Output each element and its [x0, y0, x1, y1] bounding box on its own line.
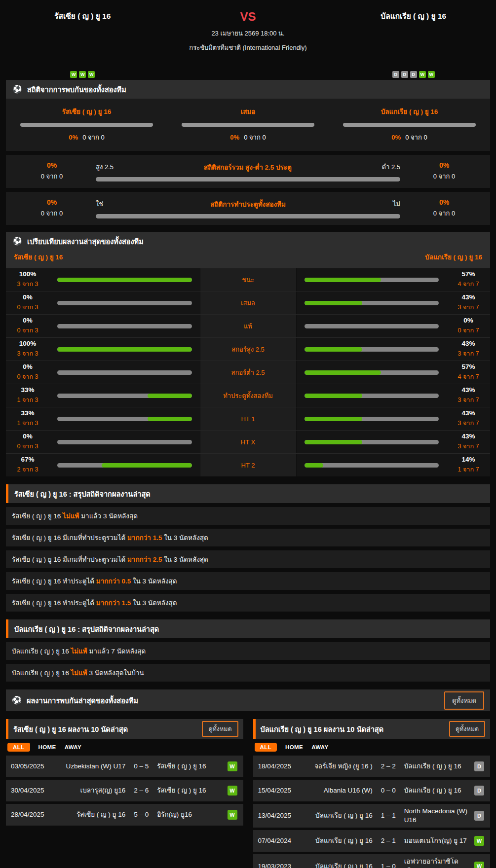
away-values: 57%4 จาก 7: [447, 270, 490, 289]
away-bar: [305, 463, 439, 468]
home-values: 0%0 จาก 3: [6, 317, 49, 335]
summary-row: รัสเซีย ( ญ ) ยู 16 ทำประตูได้ มากกว่า 0…: [6, 572, 490, 590]
match-row: 15/04/2025 Albania U16 (W) 0 – 0 บัลแกเร…: [253, 780, 491, 801]
result-badge-win: W: [474, 862, 484, 868]
home-percent: 0%: [6, 317, 49, 324]
summary-text: ใน 3 นัดหลังสุด: [162, 556, 208, 563]
tab-away[interactable]: AWAY: [65, 744, 81, 750]
btts-no-tag: ไม่: [393, 199, 400, 209]
h2h-draw-percent: 0%: [230, 134, 239, 141]
home-values: 100%3 จาก 3: [6, 340, 49, 359]
match-away-team: อิรัก(ญ) ยู16: [157, 810, 223, 819]
away-recent-title: บัลแกเรีย ( ญ ) ยู 16 ผลงาน 10 นัดล่าสุด: [261, 723, 384, 735]
summary-text: รัสเซีย ( ญ ) ยู 16 ทำประตูได้: [12, 578, 96, 585]
away-percent: 0%: [447, 317, 490, 324]
btts-yes-percent: 0%: [15, 198, 89, 206]
comparison-title: เปรียบเทียบผลงานล่าสุดของทั้งสองทีม: [27, 236, 144, 247]
away-values: 43%3 จาก 7: [447, 293, 490, 312]
match-date: 28/04/2025: [11, 810, 55, 819]
away-recent-header: บัลแกเรีย ( ญ ) ยู 16 ผลงาน 10 นัดล่าสุด…: [253, 719, 491, 739]
home-summary-section: รัสเซีย ( ญ ) ยู 16 : สรุปสถิติจากผลงานล…: [6, 484, 490, 612]
away-bar-fill: [305, 301, 362, 305]
row-label: HT X: [200, 431, 297, 453]
tab-home[interactable]: HOME: [285, 744, 303, 750]
away-summary-header: บัลแกเรีย ( ญ ) ยู 16 : สรุปสถิติจากผลงา…: [6, 619, 490, 638]
match-home-team: รัสเซีย ( ญ ) ยู 16: [60, 810, 125, 819]
away-bar-fill: [305, 417, 362, 421]
match-stats-page: รัสเซีย ( ญ ) ยู 16 W W W VS 23 เมษายน 2…: [0, 0, 496, 868]
tab-home[interactable]: HOME: [38, 744, 56, 750]
summary-highlight: ไม่แพ้: [71, 669, 87, 677]
comparison-row-btts: 33%1 จาก 3 ทำประตูทั้งสองทีม 43%3 จาก 7: [6, 384, 490, 407]
home-bar-cell: [49, 347, 200, 352]
match-home-team: บัลแกเรีย ( ญ ) ยู 16: [307, 836, 373, 845]
away-team-name: บัลแกเรีย ( ญ ) ยู 16: [381, 7, 446, 22]
match-info: VS 23 เมษายน 2569 18:00 น. กระชับมิตรทีม…: [159, 7, 337, 80]
match-home-team: Albania U16 (W): [307, 786, 373, 795]
tab-all[interactable]: ALL: [255, 743, 277, 752]
match-row: 19/03/2023 บัลแกเรีย ( ญ ) ยู 16 1 – 0 เ…: [253, 854, 491, 868]
match-row: 07/04/2024 บัลแกเรีย ( ญ ) ยู 16 2 – 1 ม…: [253, 830, 491, 852]
over-under-bar: [96, 177, 400, 181]
home-summary-header: รัสเซีย ( ญ ) ยู 16 : สรุปสถิติจากผลงานล…: [6, 484, 490, 503]
home-count: 3 จาก 3: [6, 279, 49, 289]
away-bar: [305, 394, 439, 398]
soccer-ball-icon: ⚽: [12, 85, 22, 93]
home-bar: [57, 370, 192, 375]
home-bar-fill: [102, 463, 192, 468]
home-team-column: รัสเซีย ( ญ ) ยู 16 W W W: [6, 7, 159, 80]
view-all-button[interactable]: ดูทั้งหมด: [449, 721, 485, 737]
view-all-button[interactable]: ดูทั้งหมด: [202, 721, 238, 737]
match-away-team: บัลแกเรีย ( ญ ) ยู 16: [404, 762, 470, 771]
under-count: 0 จาก 0: [407, 171, 481, 181]
h2h-away-label: บัลแกเรีย ( ญ ) ยู 16: [329, 106, 490, 117]
away-bar-fill: [305, 370, 381, 375]
away-count: 0 จาก 7: [447, 326, 490, 335]
btts-no-percent: 0%: [407, 198, 481, 206]
away-bar: [305, 347, 439, 352]
summary-row: บัลแกเรีย ( ญ ) ยู 16 ไม่แพ้ 3 นัดหลังสุ…: [6, 664, 490, 682]
match-date: 18/04/2025: [258, 762, 303, 771]
home-percent: 0%: [6, 293, 49, 301]
h2h-recent-header: ⚽ ผลงานการพบกันล่าสุดของทั้งสองทีม ดูทั้…: [6, 689, 490, 711]
away-percent: 43%: [447, 386, 490, 394]
away-bar-cell: [297, 440, 447, 444]
away-bar-cell: [297, 417, 447, 421]
match-row: 30/04/2025 เบลารุส(ญ) ยู16 2 – 6 รัสเซีย…: [6, 780, 243, 801]
away-values: 43%3 จาก 7: [447, 409, 490, 428]
away-count: 3 จาก 7: [447, 349, 490, 359]
home-bar: [57, 347, 192, 352]
home-bar-fill: [57, 347, 192, 352]
btts-yes-count: 0 จาก 0: [15, 208, 89, 218]
row-label: สกอร์สูง 2.5: [200, 338, 297, 361]
match-home-team: บัลแกเรีย ( ญ ) ยู 16: [307, 811, 373, 820]
tab-away[interactable]: AWAY: [311, 744, 328, 750]
away-bar-fill: [305, 278, 381, 282]
summary-row: รัสเซีย ( ญ ) ยู 16 ทำประตูได้ มากกว่า 1…: [6, 594, 490, 612]
row-label: ชนะ: [200, 268, 297, 291]
home-bar-cell: [49, 417, 200, 421]
away-values: 14%1 จาก 7: [447, 456, 490, 474]
row-label: HT 2: [200, 454, 297, 476]
over-under-left-values: 0% 0 จาก 0: [15, 161, 89, 181]
home-bar: [57, 463, 192, 468]
away-percent: 43%: [447, 433, 490, 440]
home-values: 33%1 จาก 3: [6, 386, 49, 405]
summary-text: ใน 3 นัดหลังสุด: [131, 578, 177, 585]
h2h-recent-title: ผลงานการพบกันล่าสุดของทั้งสองทีม: [27, 695, 138, 706]
match-home-team: Uzbekistan (W) U17: [60, 762, 125, 771]
away-recent-panel: บัลแกเรีย ( ญ ) ยู 16 ผลงาน 10 นัดล่าสุด…: [253, 719, 491, 868]
tab-all[interactable]: ALL: [7, 743, 30, 752]
form-badge-win: W: [88, 71, 95, 78]
row-label: เสมอ: [200, 291, 297, 314]
home-bar: [57, 278, 192, 282]
home-bar-fill: [148, 417, 192, 421]
away-bar: [305, 370, 439, 375]
summary-text: ใน 3 นัดหลังสุด: [131, 599, 177, 607]
h2h-over-under-row: 0% 0 จาก 0 สูง 2.5 สถิติสกอร์รวม สูง-ต่ำ…: [6, 155, 490, 188]
view-all-button[interactable]: ดูทั้งหมด: [444, 691, 484, 710]
over-count: 0 จาก 0: [15, 171, 89, 181]
match-date: 19/03/2023: [258, 862, 303, 868]
match-away-team: รัสเซีย ( ญ ) ยู 16: [157, 786, 223, 795]
away-values: 43%3 จาก 7: [447, 433, 490, 451]
